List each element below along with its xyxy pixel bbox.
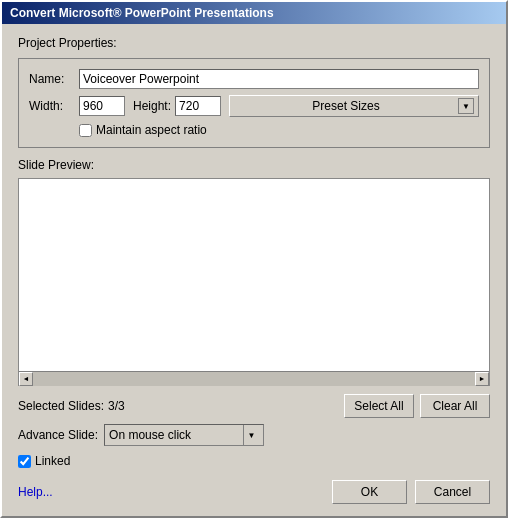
selected-slides-row: Selected Slides: 3/3 Select All Clear Al… <box>18 394 490 418</box>
clear-all-button[interactable]: Clear All <box>420 394 490 418</box>
dropdown-arrow-icon: ▼ <box>248 431 256 440</box>
name-label: Name: <box>29 72 79 86</box>
selected-slides-value: 3/3 <box>108 399 344 413</box>
advance-slide-row: Advance Slide: On mouse click ▼ <box>18 424 490 446</box>
width-label: Width: <box>29 99 79 113</box>
dialog-body: Project Properties: Name: Width: Height:… <box>2 24 506 516</box>
preset-sizes-button[interactable]: Preset Sizes ▼ <box>229 95 479 117</box>
advance-slide-label: Advance Slide: <box>18 428 98 442</box>
height-input[interactable] <box>175 96 221 116</box>
dimensions-row: Width: Height: Preset Sizes ▼ <box>29 95 479 117</box>
scroll-left-button[interactable]: ◄ <box>19 372 33 386</box>
maintain-aspect-ratio-checkbox[interactable] <box>79 124 92 137</box>
ok-button[interactable]: OK <box>332 480 407 504</box>
preset-sizes-label: Preset Sizes <box>234 99 458 113</box>
advance-slide-value: On mouse click <box>109 428 243 442</box>
dialog-title: Convert Microsoft® PowerPoint Presentati… <box>10 6 274 20</box>
selected-slides-label: Selected Slides: <box>18 399 104 413</box>
project-properties-group: Name: Width: Height: Preset Sizes ▼ <box>18 58 490 148</box>
maintain-aspect-ratio-label: Maintain aspect ratio <box>96 123 207 137</box>
advance-slide-select[interactable]: On mouse click ▼ <box>104 424 264 446</box>
advance-slide-dropdown-icon: ▼ <box>243 425 259 445</box>
aspect-ratio-row: Maintain aspect ratio <box>79 123 479 137</box>
slide-preview-container: ◄ ► <box>18 178 490 386</box>
title-bar: Convert Microsoft® PowerPoint Presentati… <box>2 2 506 24</box>
name-row: Name: <box>29 69 479 89</box>
dialog: Convert Microsoft® PowerPoint Presentati… <box>0 0 508 518</box>
select-all-button[interactable]: Select All <box>344 394 414 418</box>
height-label: Height: <box>133 99 171 113</box>
dimensions-group: Height: Preset Sizes ▼ <box>79 95 479 117</box>
help-link[interactable]: Help... <box>18 485 53 499</box>
bottom-buttons: OK Cancel <box>332 480 490 504</box>
project-properties-label: Project Properties: <box>18 36 490 50</box>
linked-row: Linked <box>18 454 490 468</box>
slide-preview-label: Slide Preview: <box>18 158 490 172</box>
name-input[interactable] <box>79 69 479 89</box>
slide-preview-area <box>19 179 489 371</box>
cancel-button[interactable]: Cancel <box>415 480 490 504</box>
preset-sizes-dropdown-icon: ▼ <box>458 98 474 114</box>
horizontal-scrollbar: ◄ ► <box>19 371 489 385</box>
scroll-track[interactable] <box>33 372 475 386</box>
scroll-right-icon: ► <box>479 375 486 382</box>
linked-checkbox[interactable] <box>18 455 31 468</box>
bottom-row: Help... OK Cancel <box>18 476 490 504</box>
scroll-right-button[interactable]: ► <box>475 372 489 386</box>
width-input[interactable] <box>79 96 125 116</box>
scroll-left-icon: ◄ <box>23 375 30 382</box>
linked-label: Linked <box>35 454 70 468</box>
